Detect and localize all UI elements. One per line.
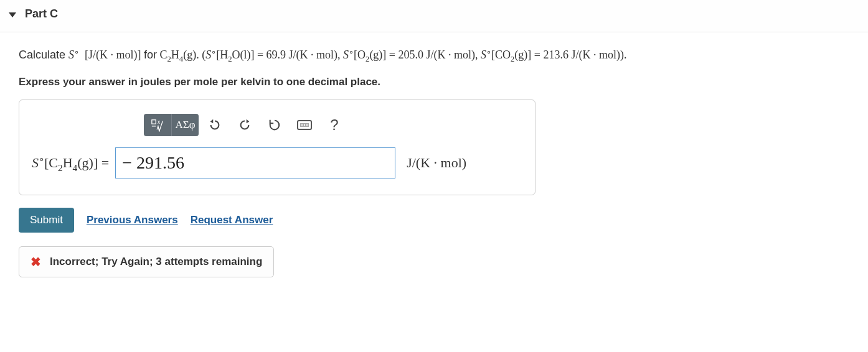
caret-down-icon [9, 12, 16, 17]
incorrect-x-icon: ✖ [31, 254, 41, 269]
help-label: ? [330, 116, 338, 134]
part-title: Part C [25, 7, 58, 21]
request-answer-link[interactable]: Request Answer [191, 214, 273, 226]
undo-button[interactable] [201, 114, 229, 136]
answer-input[interactable] [115, 147, 395, 178]
help-button[interactable]: ? [321, 114, 348, 136]
actions-row: Submit Previous Answers Request Answer [19, 208, 849, 233]
instruction-text: Express your answer in joules per mole p… [19, 76, 849, 88]
answer-row: S∘[C2H4(g)] = J/(K · mol) [32, 147, 522, 178]
symbols-label: ΑΣφ [176, 119, 196, 131]
previous-answers-link[interactable]: Previous Answers [87, 214, 178, 226]
answer-panel: x ΑΣφ ? [19, 100, 535, 195]
keyboard-button[interactable] [291, 114, 318, 136]
answer-lhs: S∘[C2H4(g)] = [32, 154, 109, 174]
symbols-button[interactable]: ΑΣφ [171, 114, 199, 136]
svg-text:x: x [158, 120, 161, 126]
answer-unit: J/(K · mol) [407, 155, 466, 171]
redo-button[interactable] [231, 114, 258, 136]
undo-icon [208, 118, 222, 132]
equation-toolbar: x ΑΣφ ? [144, 114, 522, 136]
content-area: Calculate S∘ [J/(K · mol)] for C2H4(g). … [0, 32, 868, 284]
part-header[interactable]: Part C [0, 0, 868, 32]
svg-rect-0 [152, 120, 156, 124]
submit-button[interactable]: Submit [19, 208, 74, 233]
feedback-message: Incorrect; Try Again; 3 attempts remaini… [50, 256, 262, 268]
reset-icon [268, 118, 281, 132]
templates-button[interactable]: x [144, 114, 171, 136]
toolbar-group-templates: x ΑΣφ [144, 114, 199, 136]
question-prefix: Calculate [19, 49, 68, 61]
keyboard-icon [297, 120, 312, 130]
fraction-root-icon: x [151, 118, 164, 132]
reset-button[interactable] [261, 114, 288, 136]
redo-icon [238, 118, 252, 132]
feedback-box: ✖ Incorrect; Try Again; 3 attempts remai… [19, 246, 274, 277]
question-text: Calculate S∘ [J/(K · mol)] for C2H4(g). … [19, 46, 849, 65]
